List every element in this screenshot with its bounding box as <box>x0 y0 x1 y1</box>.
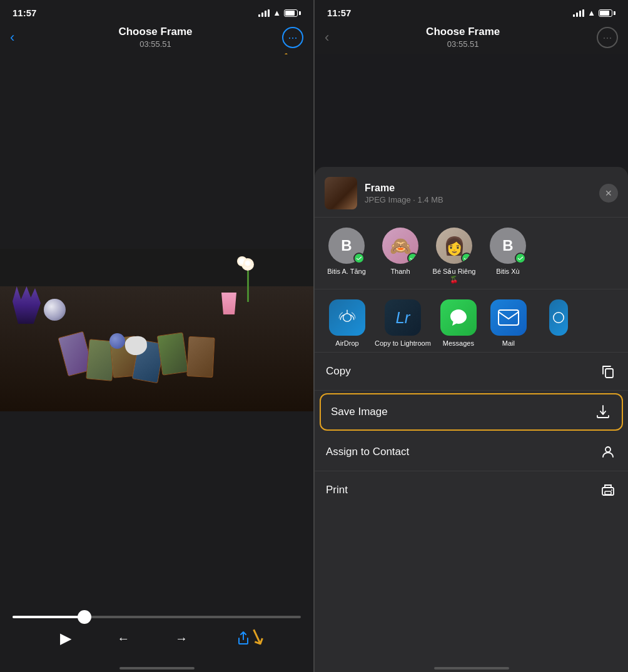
flowers-decoration <box>232 261 263 311</box>
prev-frame-button[interactable]: ← <box>117 631 129 646</box>
app-name-airdrop: AirDrop <box>335 339 358 347</box>
nav-title-left: Choose Frame 03:55.51 <box>29 26 282 49</box>
app-name-messages: Messages <box>443 339 474 347</box>
action-row-save-image[interactable]: Save Image <box>320 393 623 431</box>
contact-badge-2 <box>407 253 418 264</box>
subtitle-left: 03:55.51 <box>139 39 171 49</box>
share-header: Frame JPEG Image · 1.4 MB ✕ <box>315 167 628 218</box>
svg-point-2 <box>554 313 564 323</box>
contact-item-1[interactable]: B Bitis A. Tăng <box>325 228 368 284</box>
contact-avatar-4: B <box>490 228 526 264</box>
share-sheet: Frame JPEG Image · 1.4 MB ✕ B Bitis A. T… <box>315 167 628 672</box>
status-bar-right: 11:57 ▲ <box>315 0 628 23</box>
svg-point-0 <box>343 314 352 322</box>
crystal-decoration <box>44 299 66 321</box>
next-frame-button[interactable]: → <box>175 631 188 646</box>
play-button[interactable]: ▶ <box>60 629 71 647</box>
tarot-card-6 <box>186 336 215 378</box>
share-file-info: Frame JPEG Image · 1.4 MB <box>365 183 599 204</box>
contact-avatar-3: 👩 <box>436 228 472 264</box>
share-icon <box>236 631 251 646</box>
app-item-mail[interactable]: Mail <box>486 299 531 347</box>
more-button-right[interactable]: ··· <box>597 27 618 48</box>
messages-icon <box>448 307 469 328</box>
nav-title-right: Choose Frame 03:55.51 <box>329 26 597 49</box>
right-panel: 11:57 ▲ ‹ Choose Frame 03:55.51 ··· <box>315 0 628 672</box>
nav-bar-left: ‹ Choose Frame 03:55.51 ··· <box>0 23 313 54</box>
contact-name-1: Bitis A. Tăng <box>327 268 366 275</box>
app-item-extra[interactable] <box>536 299 581 347</box>
video-scene <box>0 249 313 411</box>
contact-item-3[interactable]: 👩 Bé Sầu Riêng 🍒 <box>432 228 476 284</box>
more-button-left[interactable]: ··· <box>282 27 303 48</box>
svg-point-4 <box>605 447 610 452</box>
app-item-lightroom[interactable]: Lr Copy to Lightroom <box>375 299 431 347</box>
svg-rect-6 <box>605 491 611 494</box>
share-filename: Frame <box>365 183 599 194</box>
home-bar-right <box>434 667 509 669</box>
battery-icon-right <box>599 9 615 17</box>
app-icon-messages <box>440 299 477 336</box>
svg-point-7 <box>611 489 612 491</box>
contact-avatar-2: 🙈 <box>382 228 418 264</box>
tarot-card-5 <box>157 332 188 375</box>
contacts-row: B Bitis A. Tăng 🙈 Thanh 👩 Bé Sầu Riêng 🍒 <box>315 218 628 289</box>
contact-item-4[interactable]: B Bitis Xù <box>486 228 530 284</box>
scrubber-thumb[interactable] <box>78 610 91 624</box>
blue-orb <box>109 333 125 349</box>
action-label-copy: Copy <box>326 365 351 378</box>
app-icon-airdrop <box>329 299 365 336</box>
contact-name-3: Bé Sầu Riêng 🍒 <box>432 268 476 284</box>
home-bar-left <box>119 667 195 669</box>
wifi-icon-right: ▲ <box>587 8 595 18</box>
contact-initial-4: B <box>502 237 513 254</box>
contact-badge-3 <box>461 253 472 264</box>
action-row-print[interactable]: Print <box>315 471 628 509</box>
contact-badge-4 <box>515 253 526 264</box>
time-left: 11:57 <box>13 8 36 18</box>
action-label-save: Save Image <box>331 406 388 418</box>
back-button-right[interactable]: ‹ <box>325 29 329 46</box>
svg-rect-3 <box>605 369 613 378</box>
scrubber[interactable] <box>13 616 301 618</box>
airdrop-svg-icon <box>337 308 357 328</box>
share-filedetail: JPEG Image · 1.4 MB <box>365 195 599 204</box>
action-label-assign: Assign to Contact <box>326 446 409 458</box>
app-icon-mail <box>490 299 527 336</box>
contact-name-4: Bitis Xù <box>496 268 519 275</box>
app-name-mail: Mail <box>502 339 515 347</box>
contact-icon <box>599 443 617 461</box>
apps-row: AirDrop Lr Copy to Lightroom Messages <box>315 289 628 353</box>
back-button-left[interactable]: ‹ <box>10 29 29 46</box>
time-right: 11:57 <box>327 8 351 18</box>
app-item-messages[interactable]: Messages <box>436 299 481 347</box>
scrubber-track[interactable] <box>13 616 301 618</box>
status-bar-left: 11:57 ▲ <box>0 0 313 23</box>
status-icons-right: ▲ <box>573 8 615 18</box>
app-name-lightroom: Copy to Lightroom <box>375 339 431 347</box>
app-item-airdrop[interactable]: AirDrop <box>325 299 370 347</box>
left-panel: 11:57 ▲ ‹ Choose Frame 03:55.51 ··· ↗ <box>0 0 313 672</box>
contact-item-2[interactable]: 🙈 Thanh <box>378 228 422 284</box>
status-icons-left: ▲ <box>258 8 301 18</box>
copy-icon <box>599 363 617 380</box>
action-row-copy[interactable]: Copy <box>315 353 628 391</box>
contact-initial-1: B <box>341 237 352 254</box>
svg-rect-1 <box>499 310 519 325</box>
video-area-left <box>0 54 313 606</box>
share-thumbnail <box>325 177 357 209</box>
title-left: Choose Frame <box>29 26 282 38</box>
title-right: Choose Frame <box>329 26 597 38</box>
share-button[interactable] <box>233 628 253 648</box>
app-icon-lightroom: Lr <box>385 299 421 336</box>
contact-badge-1 <box>353 253 365 264</box>
action-rows-container: Copy Save Image Assign <box>315 353 628 667</box>
playback-buttons: ▶ ← → <box>13 628 301 648</box>
close-icon: ✕ <box>605 188 612 198</box>
home-indicator-left <box>0 667 313 672</box>
nav-bar-right: ‹ Choose Frame 03:55.51 ··· <box>315 23 628 54</box>
share-close-button[interactable]: ✕ <box>599 184 618 203</box>
contact-avatar-1: B <box>328 228 365 264</box>
action-row-assign-contact[interactable]: Assign to Contact <box>315 433 628 471</box>
app-icon-extra <box>549 299 568 336</box>
